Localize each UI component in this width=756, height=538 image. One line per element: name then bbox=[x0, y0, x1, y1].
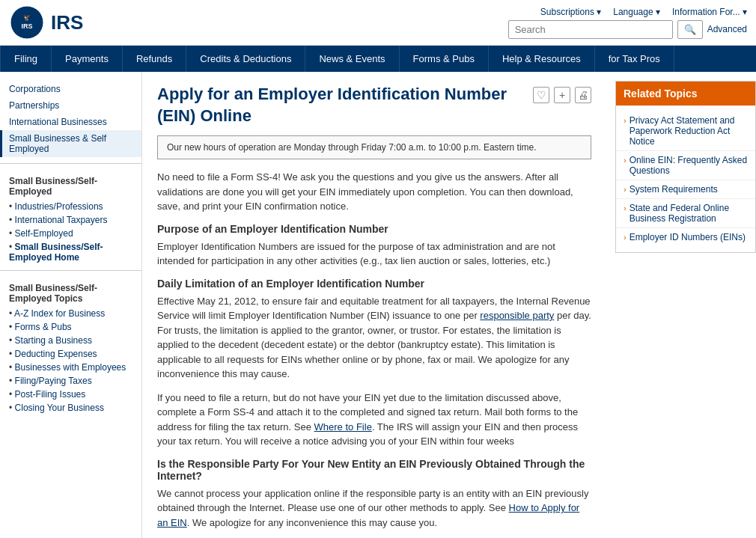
sidebar-link-international-businesses[interactable]: International Businesses bbox=[0, 114, 141, 130]
sidebar-link-small-businesses---self-employed[interactable]: Small Businesses & Self Employed bbox=[0, 130, 141, 157]
right-sidebar: Related Topics ›Privacy Act Statement an… bbox=[606, 72, 756, 538]
search-button[interactable]: 🔍 bbox=[677, 20, 703, 39]
related-topic-arrow-0: › bbox=[624, 116, 627, 125]
language-link[interactable]: Language ▾ bbox=[613, 7, 660, 17]
related-topic-item-2: ›System Requirements bbox=[616, 180, 755, 199]
related-topic-link-2[interactable]: System Requirements bbox=[630, 184, 718, 195]
section-body-1: Effective May 21, 2012, to ensure fair a… bbox=[157, 294, 591, 382]
intro-text: No need to file a Form SS-4! We ask you … bbox=[157, 170, 591, 214]
notice-box: Our new hours of operation are Monday th… bbox=[157, 135, 591, 159]
nav-item-filing[interactable]: Filing bbox=[0, 46, 52, 72]
related-topics-box: Related Topics ›Privacy Act Statement an… bbox=[615, 81, 756, 253]
sidebar-s1-small-business-self-employed-home[interactable]: Small Business/Self-Employed Home bbox=[9, 242, 103, 263]
top-bar: 🦅 IRS IRS Subscriptions ▾ Language ▾ Inf… bbox=[0, 0, 756, 46]
sidebar-s2-deducting-expenses[interactable]: Deducting Expenses bbox=[15, 349, 97, 359]
search-bar: 🔍 Advanced bbox=[508, 20, 747, 39]
nav-item-credits---deductions[interactable]: Credits & Deductions bbox=[186, 46, 305, 72]
nav-item-refunds[interactable]: Refunds bbox=[123, 46, 186, 72]
nav-item-news---events[interactable]: News & Events bbox=[305, 46, 399, 72]
page-title-area: Apply for an Employer Identification Num… bbox=[157, 84, 533, 126]
related-topics-list: ›Privacy Act Statement and Paperwork Red… bbox=[616, 106, 755, 252]
sidebar-s2-businesses-with-employees[interactable]: Businesses with Employees bbox=[15, 362, 126, 373]
nav-bar: FilingPaymentsRefundsCredits & Deduction… bbox=[0, 46, 756, 72]
sidebar-s1-international-taxpayers[interactable]: International Taxpayers bbox=[15, 215, 108, 225]
section-body-0: Employer Identification Numbers are issu… bbox=[157, 239, 591, 269]
sidebar-link-partnerships[interactable]: Partnerships bbox=[0, 97, 141, 114]
related-topic-arrow-2: › bbox=[624, 185, 627, 194]
main-layout: CorporationsPartnershipsInternational Bu… bbox=[0, 72, 756, 538]
related-topic-item-1: ›Online EIN: Frequently Asked Questions bbox=[616, 151, 755, 180]
nav-item-for-tax-pros[interactable]: for Tax Pros bbox=[595, 46, 674, 72]
related-topic-item-4: ›Employer ID Numbers (EINs) bbox=[616, 228, 755, 246]
print-icon[interactable]: 🖨 bbox=[575, 87, 591, 103]
section-body-2: We cannot process your application onlin… bbox=[157, 486, 591, 531]
section-link-1[interactable]: responsible party bbox=[480, 310, 554, 321]
content-sections: Purpose of an Employer Identification Nu… bbox=[157, 223, 591, 538]
related-topic-link-0[interactable]: Privacy Act Statement and Paperwork Redu… bbox=[630, 115, 748, 147]
sidebar-link-corporations[interactable]: Corporations bbox=[0, 81, 141, 97]
section-link2-1[interactable]: Where to File bbox=[314, 421, 372, 432]
section-heading-1: Daily Limitation of an Employer Identifi… bbox=[157, 278, 591, 290]
page-title: Apply for an Employer Identification Num… bbox=[157, 84, 533, 126]
related-topic-link-1[interactable]: Online EIN: Frequently Asked Questions bbox=[630, 155, 748, 176]
content-header: Apply for an Employer Identification Num… bbox=[157, 84, 591, 126]
nav-item-help---resources[interactable]: Help & Resources bbox=[489, 46, 595, 72]
section-link-2[interactable]: How to Apply for an EIN bbox=[157, 502, 579, 528]
related-topic-item-3: ›State and Federal Online Business Regis… bbox=[616, 199, 755, 228]
content-area: Apply for an Employer Identification Num… bbox=[142, 72, 606, 538]
sidebar-section1-title: Small Business/Self-Employed bbox=[0, 170, 141, 200]
top-right: Subscriptions ▾ Language ▾ Information F… bbox=[508, 7, 747, 39]
related-topic-arrow-3: › bbox=[624, 204, 627, 213]
svg-text:🦅: 🦅 bbox=[23, 13, 31, 21]
sidebar: CorporationsPartnershipsInternational Bu… bbox=[0, 72, 142, 538]
related-topic-item-0: ›Privacy Act Statement and Paperwork Red… bbox=[616, 111, 755, 151]
section-heading-2: Is the Responsible Party For Your New En… bbox=[157, 458, 591, 482]
svg-text:IRS: IRS bbox=[21, 22, 32, 30]
information-for-link[interactable]: Information For... ▾ bbox=[672, 7, 747, 17]
sidebar-s1-self-employed[interactable]: Self-Employed bbox=[15, 228, 73, 239]
nav-item-payments[interactable]: Payments bbox=[52, 46, 123, 72]
sidebar-s2-post-filing-issues[interactable]: Post-Filing Issues bbox=[15, 389, 86, 400]
related-topics-header: Related Topics bbox=[616, 82, 755, 106]
section-heading-0: Purpose of an Employer Identification Nu… bbox=[157, 223, 591, 235]
sidebar-s2-forms---pubs[interactable]: Forms & Pubs bbox=[15, 322, 72, 332]
logo-area: 🦅 IRS IRS bbox=[9, 4, 83, 40]
add-icon[interactable]: + bbox=[554, 87, 570, 103]
irs-logo-icon: 🦅 IRS bbox=[9, 4, 45, 40]
sidebar-s1-industries-professions[interactable]: Industries/Professions bbox=[15, 201, 103, 212]
logo-text: IRS bbox=[51, 11, 83, 34]
sidebar-s2-a-z-index-for-business[interactable]: A-Z Index for Business bbox=[14, 308, 105, 319]
top-links: Subscriptions ▾ Language ▾ Information F… bbox=[540, 7, 747, 17]
sidebar-section2-title: Small Business/Self-Employed Topics bbox=[0, 277, 141, 307]
sidebar-s2-closing-your-business[interactable]: Closing Your Business bbox=[15, 403, 104, 413]
sidebar-s2-filing-paying-taxes[interactable]: Filing/Paying Taxes bbox=[15, 376, 92, 386]
related-topic-link-3[interactable]: State and Federal Online Business Regist… bbox=[630, 203, 748, 224]
content-icons: ♡ + 🖨 bbox=[533, 84, 591, 103]
related-topic-link-4[interactable]: Employer ID Numbers (EINs) bbox=[630, 232, 746, 242]
sidebar-s2-starting-a-business[interactable]: Starting a Business bbox=[15, 335, 92, 346]
search-input[interactable] bbox=[508, 20, 673, 39]
advanced-link[interactable]: Advanced bbox=[707, 24, 747, 34]
section-para2-1: If you need to file a return, but do not… bbox=[157, 391, 591, 449]
subscriptions-link[interactable]: Subscriptions ▾ bbox=[540, 7, 601, 17]
favorite-icon[interactable]: ♡ bbox=[533, 87, 549, 103]
related-topic-arrow-4: › bbox=[624, 233, 627, 242]
related-topic-arrow-1: › bbox=[624, 156, 627, 165]
nav-item-forms---pubs[interactable]: Forms & Pubs bbox=[400, 46, 489, 72]
